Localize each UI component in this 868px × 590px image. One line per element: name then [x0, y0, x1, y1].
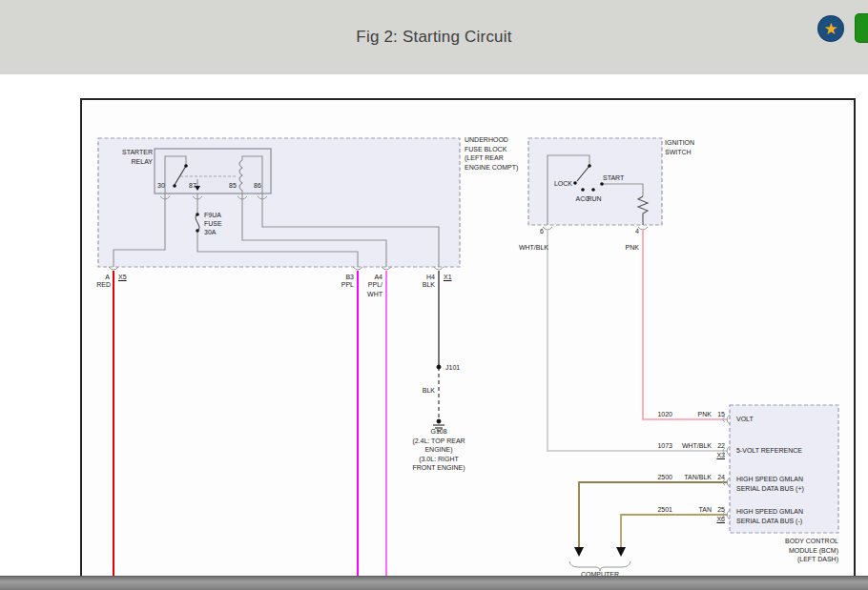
label-bcm-gmlan-plus: HIGH SPEED GMLAN SERIAL DATA BUS (+)	[736, 475, 804, 493]
label-fuse-rating: 30A	[204, 228, 216, 237]
label-splice-j101: J101	[445, 363, 460, 373]
label-relay-pin-86: 86	[254, 181, 261, 191]
label-bcm-gmlan-minus: HIGH SPEED GMLAN SERIAL DATA BUS (-)	[736, 507, 803, 525]
label-bcm-pin-24: 24	[717, 473, 725, 482]
label-circuit-1073-color: WHT/BLK	[682, 441, 712, 451]
label-ignition-switch: IGNITION SWITCH	[665, 138, 694, 156]
header-bar: Fig 2: Starting Circuit ★	[0, 0, 868, 74]
label-circuit-1020-color: PNK	[698, 410, 712, 419]
label-circuit-2500-color: TAN/BLK	[684, 473, 712, 482]
label-pos-start: START	[603, 173, 624, 183]
label-pos-lock: LOCK	[554, 179, 572, 189]
label-wire-red: RED	[96, 280, 111, 290]
label-starter-relay: STARTER RELAY	[122, 148, 153, 166]
label-ign-pin-4: 4	[635, 227, 639, 236]
label-circuit-2501-color: TAN	[699, 505, 712, 515]
label-bcm-title: BODY CONTROL MODULE (BCM) (LEFT DASH)	[785, 537, 838, 564]
label-bcm-conn-x6: X6	[716, 515, 725, 524]
label-wire-blk: BLK	[423, 280, 435, 290]
label-wire-blk-2: BLK	[423, 386, 435, 396]
favorite-star-icon[interactable]: ★	[817, 15, 844, 42]
label-circuit-1020: 1020	[657, 410, 672, 419]
label-bcm-volt: VOLT	[736, 415, 754, 424]
label-circuit-2501: 2501	[657, 505, 672, 515]
label-wire-ppl: PPL	[341, 280, 354, 290]
label-bcm-pin-22: 22	[717, 441, 725, 451]
label-underhood-fuse-block: UNDERHOOD FUSE BLOCK (LEFT REAR ENGINE C…	[465, 135, 518, 172]
label-wire-pnk: PNK	[626, 243, 639, 253]
bottom-scrollbar[interactable]	[0, 576, 868, 590]
green-button[interactable]	[855, 13, 868, 43]
label-wire-wht-blk: WHT/BLK	[519, 243, 548, 253]
label-relay-pin-30: 30	[157, 181, 165, 191]
label-circuit-2500: 2500	[657, 473, 672, 482]
label-relay-pin-87: 87	[189, 181, 196, 191]
label-conn-x1: X1	[444, 273, 452, 282]
label-bcm-5v-ref: 5-VOLT REFERENCE	[736, 446, 802, 456]
diagram-labels: UNDERHOOD FUSE BLOCK (LEFT REAR ENGINE C…	[82, 100, 854, 588]
label-bcm-pin-15: 15	[717, 410, 725, 419]
label-ground-g108: G108 (2.4L: TOP REAR ENGINE) (3.0L: RIGH…	[412, 427, 465, 473]
figure-title: Fig 2: Starting Circuit	[0, 28, 868, 47]
label-circuit-1073: 1073	[657, 441, 672, 451]
star-icon: ★	[823, 21, 837, 37]
diagram-canvas: UNDERHOOD FUSE BLOCK (LEFT REAR ENGINE C…	[80, 98, 856, 590]
label-wire-ppl-wht: PPL/ WHT	[367, 280, 382, 298]
label-conn-x5: X5	[118, 273, 127, 282]
label-ign-pin-6: 6	[540, 227, 544, 236]
label-pos-run: RUN	[587, 194, 601, 204]
label-relay-pin-85: 85	[229, 181, 237, 191]
label-bcm-pin-25: 25	[717, 505, 725, 515]
label-bcm-conn-x3: X3	[716, 451, 725, 460]
